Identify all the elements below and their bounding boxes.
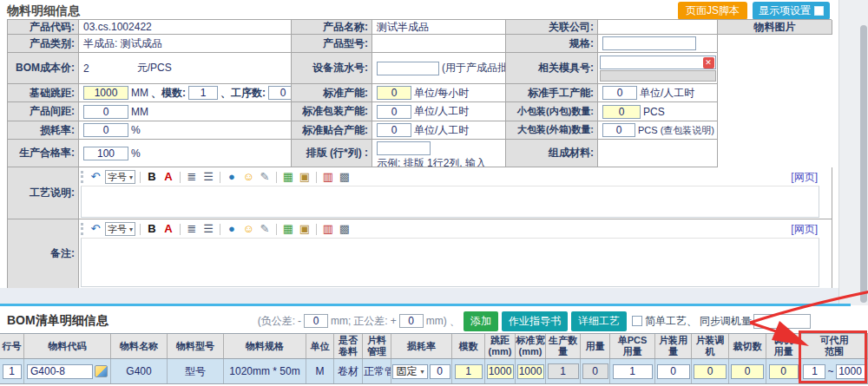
layout-label: 排版 (行*列) : [292,140,372,167]
bom-column-header: 模数 [452,334,485,358]
device-serial-input[interactable] [377,62,439,75]
edit-icon[interactable]: ✎ [258,170,272,184]
scrollbar-track[interactable] [838,0,868,305]
product-category-value: 半成品: 测试成品 [79,35,292,53]
font-color-icon[interactable]: A [161,222,175,236]
emoticon-icon[interactable]: ☺ [241,222,255,236]
jump-input[interactable] [487,364,514,379]
bom-column-header: 片装调机 [692,334,729,358]
base-jump-label: 基础跳距: [8,84,79,102]
page-js-script-button[interactable]: 页面JS脚本 [678,2,747,20]
image-icon[interactable]: ▦ [281,222,295,236]
font-color-icon[interactable]: A [161,170,175,184]
spec-input[interactable] [602,36,696,50]
emoticon-icon[interactable]: ☺ [241,170,255,184]
simple-process-checkbox[interactable] [632,316,642,326]
sheet-usage-input[interactable] [657,364,690,379]
loss-rate-unit: % [131,124,141,136]
loss-rate-input[interactable] [83,123,128,137]
sub-range-to-input[interactable] [836,364,865,379]
align-icon[interactable]: ≣ [185,222,199,236]
material-code-input[interactable] [27,364,93,379]
base-jump-input[interactable] [83,86,128,100]
font-size-select[interactable]: 字号▾ [105,222,135,236]
bold-icon[interactable]: B [145,170,159,184]
scrollbar-thumb[interactable] [860,25,867,303]
edit-icon[interactable]: ✎ [258,222,272,236]
save-image-icon[interactable]: ▣ [298,170,312,184]
layout-input[interactable] [377,141,431,155]
align-icon[interactable]: ≣ [185,170,199,184]
remark-webpage-link[interactable]: [网页] [791,222,818,237]
mod-count-input[interactable] [188,86,218,100]
flash-icon[interactable]: ▥ [321,170,335,184]
display-settings-button[interactable]: 显示项设置 [753,2,830,20]
sheet-adjust-input[interactable] [694,364,727,379]
process-desc-label: 工艺说明: [8,167,79,219]
cut-count-input[interactable] [731,364,764,379]
std-width-input[interactable] [517,364,544,379]
pos-tolerance-input[interactable] [399,314,424,328]
std-manual-capacity-input[interactable] [602,86,637,100]
pass-rate-input[interactable] [83,147,128,160]
save-image-icon[interactable]: ▣ [298,222,312,236]
mold-no-readonly-field [600,70,716,82]
bold-icon[interactable]: B [145,222,159,236]
font-size-select[interactable]: 字号▾ [105,170,135,184]
link-icon[interactable]: ● [225,222,239,236]
material-detail-panel: 物料明细信息 页面JS脚本 显示项设置 产品代码: 03.cs.1002422 … [0,0,838,305]
std-capacity-input[interactable] [377,86,411,100]
flash-icon[interactable]: ▥ [321,222,335,236]
process-count-input[interactable] [268,86,292,100]
link-icon[interactable]: ● [225,170,239,184]
loss-value-input[interactable] [430,364,450,379]
inner-pack-qty-label: 小包装(内包)数量: [506,102,598,121]
add-button[interactable]: 添加 [464,311,498,331]
material-code-picker-icon[interactable] [95,365,108,377]
inner-pack-qty-input[interactable] [602,105,641,119]
detail-process-button[interactable]: 详细工艺 [571,311,627,331]
undo-icon[interactable]: ↶ [89,170,102,184]
bom-column-header: 物料规格 [224,334,306,358]
remark-editor-content[interactable] [81,238,819,287]
std-laminate-capacity-input[interactable] [377,123,411,137]
bom-column-header: 裁切数 [729,334,766,358]
product-gap-unit: MM [131,106,148,118]
materials-label: 组成材料: [506,140,598,167]
per-pcs-usage-input[interactable] [613,364,653,379]
sub-range-from-input[interactable] [803,364,825,379]
outer-pack-qty-input[interactable] [602,123,635,137]
undo-icon[interactable]: ↶ [89,222,102,236]
toolbar-drag-handle[interactable] [81,171,85,183]
product-gap-input[interactable] [83,105,128,119]
process-editor-content[interactable] [81,186,819,218]
chevron-down-icon: ▾ [129,173,133,181]
adjust-usage-input[interactable] [769,364,799,379]
pos-tolerance-unit: mm) 、 [426,314,460,329]
bom-column-header: 物料型号 [168,334,224,358]
process-count-label: 、工序数: [220,86,266,101]
work-instruction-button[interactable]: 作业指导书 [502,311,568,331]
mold-count-cell-input[interactable] [455,364,483,379]
neg-tolerance-input[interactable] [304,314,328,328]
std-pack-capacity-input[interactable] [377,105,411,119]
toolbar-drag-handle[interactable] [81,223,85,235]
sync-adjust-input[interactable] [753,314,811,329]
snapshot-icon[interactable]: ▩ [338,170,352,184]
loss-type-select[interactable]: 固定 ▾ [392,364,427,379]
material-model-cell: 型号 [168,359,224,383]
line-no-input[interactable] [3,364,22,379]
outer-pack-qty-label: 大包装(外箱)数量: [506,121,598,140]
clear-mold-icon[interactable]: ✕ [703,57,714,69]
mold-no-input[interactable] [600,56,716,69]
product-category-label: 产品类别: [8,35,79,53]
std-manual-capacity-unit: 单位/人工时 [640,86,694,101]
snapshot-icon[interactable]: ▩ [338,222,352,236]
display-settings-checkbox[interactable] [814,6,824,16]
image-icon[interactable]: ▦ [281,170,295,184]
list-icon[interactable]: ☰ [201,222,215,236]
product-code-label: 产品代码: [8,20,79,35]
editor-toolbar: ↶字号▾BA≣☰●☺✎▦▣▥▩ [89,222,352,236]
list-icon[interactable]: ☰ [201,170,215,184]
process-webpage-link[interactable]: [网页] [791,170,818,185]
